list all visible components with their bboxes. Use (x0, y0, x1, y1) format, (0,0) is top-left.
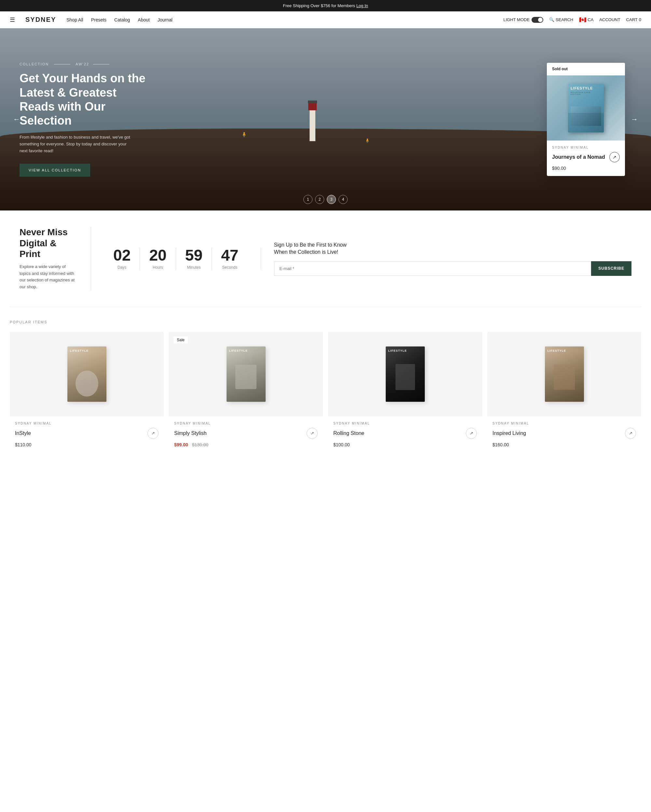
account-button[interactable]: ACCOUNT (599, 17, 620, 22)
hero-prev-button[interactable]: ← (10, 112, 23, 127)
light-mode-toggle[interactable]: LIGHT MODE (503, 17, 543, 23)
hero-cta-button[interactable]: VIEW ALL COLLECTION (20, 163, 90, 177)
toggle-switch[interactable] (532, 17, 543, 23)
nav-presets[interactable]: Presets (91, 17, 107, 23)
magazine-cover-hero: MOUNTAIN LAKE EDITION (568, 84, 604, 133)
magazine-cover-2 (226, 346, 266, 402)
countdown-section: Never Miss Digital & Print Explore a wid… (0, 211, 651, 307)
product-info-2: SYDNAY MINIMAL Simply Stylish ↗ $99.00 $… (169, 417, 323, 453)
subscribe-button[interactable]: SUBSCRIBE (591, 261, 631, 276)
search-label: SEARCH (556, 17, 573, 22)
light-mode-label: LIGHT MODE (503, 17, 530, 22)
search-icon: 🔍 (549, 17, 554, 22)
flag-icon: 🇨🇦 (579, 16, 586, 23)
nav-catalog[interactable]: Catalog (114, 17, 130, 23)
cart-count: 0 (639, 17, 641, 22)
countdown-hours: 20 Hours (140, 247, 176, 270)
product-name-4: Inspired Living (492, 430, 526, 436)
countdown-signup: Sign Up to Be the First to Know When the… (261, 241, 631, 276)
days-label: Days (113, 265, 130, 270)
hero-dot-2[interactable]: 2 (315, 195, 324, 204)
popular-section: POPULAR ITEMS SYDNAY MINIMAL InStyle ↗ $… (0, 307, 651, 466)
product-image-2: Sale (169, 332, 323, 417)
cart-button[interactable]: CART 0 (626, 17, 641, 22)
product-card-1: SYDNAY MINIMAL InStyle ↗ $110.00 (10, 332, 164, 453)
countdown-description: Explore a wide variety of topics and sta… (20, 264, 78, 290)
minutes-value: 59 (185, 247, 202, 263)
product-brand-3: SYDNAY MINIMAL (333, 421, 477, 425)
magazine-cover-3 (386, 346, 425, 402)
hero-brand-label: SYDNAY MINIMAL (552, 146, 620, 149)
hero-product-info: SYDNAY MINIMAL Journeys of a Nomad ↗ $90… (547, 140, 625, 176)
email-form: SUBSCRIBE (274, 261, 631, 276)
product-price-1: $110.00 (15, 442, 159, 447)
countdown-timer: 02 Days 20 Hours 59 Minutes 47 Seconds (91, 247, 261, 270)
product-arrow-1[interactable]: ↗ (147, 428, 159, 439)
search-button[interactable]: 🔍 SEARCH (549, 17, 573, 22)
site-logo[interactable]: SYDNEY (25, 16, 56, 23)
product-arrow-4[interactable]: ↗ (625, 428, 636, 439)
nav-about[interactable]: About (138, 17, 150, 23)
product-name-3: Rolling Stone (333, 430, 364, 436)
product-info-4: SYDNAY MINIMAL Inspired Living ↗ $160.00 (487, 417, 641, 453)
hero-collection-label: COLLECTION AW'22 (20, 62, 150, 66)
product-info-3: SYDNAY MINIMAL Rolling Stone ↗ $100.00 (328, 417, 482, 453)
product-brand-1: SYDNAY MINIMAL (15, 421, 159, 425)
sold-out-badge: Sold out (547, 63, 625, 75)
magazine-cover-4 (545, 346, 584, 402)
seconds-label: Seconds (221, 265, 238, 270)
product-name-1: InStyle (15, 430, 31, 436)
hero-dot-3[interactable]: 3 (327, 195, 336, 204)
product-name-row-3: Rolling Stone ↗ (333, 428, 477, 439)
product-arrow-3[interactable]: ↗ (466, 428, 477, 439)
magazine-cover-1 (67, 346, 107, 402)
product-info-1: SYDNAY MINIMAL InStyle ↗ $110.00 (10, 417, 164, 453)
nav-right: LIGHT MODE 🔍 SEARCH 🇨🇦 CA ACCOUNT CART 0 (503, 16, 641, 23)
countdown-left: Never Miss Digital & Print Explore a wid… (20, 227, 91, 290)
product-card-4: SYDNAY MINIMAL Inspired Living ↗ $160.00 (487, 332, 641, 453)
product-name-2: Simply Stylish (174, 430, 207, 436)
product-brand-4: SYDNAY MINIMAL (492, 421, 636, 425)
hours-label: Hours (149, 265, 167, 270)
country-selector[interactable]: 🇨🇦 CA (579, 16, 593, 23)
hero-dot-1[interactable]: 1 (303, 195, 312, 204)
product-name-row-4: Inspired Living ↗ (492, 428, 636, 439)
countdown-seconds: 47 Seconds (212, 247, 248, 270)
hero-dots: 1 2 3 4 (303, 195, 348, 204)
product-price-2: $99.00 $130.00 (174, 442, 318, 447)
product-name-row-1: InStyle ↗ (15, 428, 159, 439)
hero-product-name: Journeys of a Nomad (552, 154, 605, 160)
hero-product-title-row: Journeys of a Nomad ↗ (552, 152, 620, 162)
cart-label: CART (626, 17, 638, 22)
hero-text-block: COLLECTION AW'22 Get Your Hands on the L… (20, 62, 150, 176)
nav-shop-all[interactable]: Shop All (66, 17, 83, 23)
popular-section-label: POPULAR ITEMS (10, 320, 641, 324)
nav-links: Shop All Presets Catalog About Journal (66, 17, 173, 23)
hero-product-price: $90.00 (552, 166, 620, 171)
minutes-label: Minutes (185, 265, 202, 270)
days-value: 02 (113, 247, 130, 263)
hours-value: 20 (149, 247, 167, 263)
hero-next-button[interactable]: → (628, 112, 641, 127)
hamburger-icon[interactable]: ☰ (10, 16, 15, 23)
product-name-row-2: Simply Stylish ↗ (174, 428, 318, 439)
main-nav: ☰ SYDNEY Shop All Presets Catalog About … (0, 11, 651, 28)
product-original-price-2: $130.00 (192, 442, 209, 447)
product-image-3 (328, 332, 482, 417)
product-image-1 (10, 332, 164, 417)
hero-product-arrow-button[interactable]: ↗ (609, 152, 620, 162)
hero-title: Get Your Hands on the Latest & Greatest … (20, 71, 150, 128)
product-price-4: $160.00 (492, 442, 636, 447)
country-code: CA (588, 17, 593, 22)
countdown-title: Never Miss Digital & Print (20, 227, 78, 259)
sale-badge-2: Sale (174, 336, 188, 343)
hero-section: 🧍 🧍 COLLECTION AW'22 Get Your Hands on t… (0, 28, 651, 211)
hero-dot-4[interactable]: 4 (339, 195, 348, 204)
email-input[interactable] (274, 261, 591, 276)
product-arrow-2[interactable]: ↗ (307, 428, 318, 439)
nav-journal[interactable]: Journal (157, 17, 173, 23)
product-price-3: $100.00 (333, 442, 477, 447)
product-card-2: Sale SYDNAY MINIMAL Simply Stylish ↗ $99… (169, 332, 323, 453)
announcement-login-link[interactable]: Log In (356, 3, 368, 8)
seconds-value: 47 (221, 247, 238, 263)
